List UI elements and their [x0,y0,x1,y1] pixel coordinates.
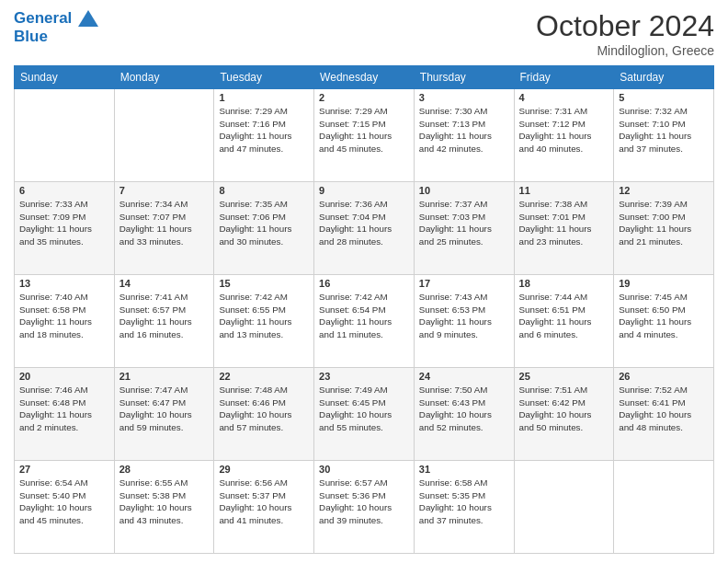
day-cell [114,89,214,182]
day-cell [614,461,714,554]
day-info: Sunrise: 7:47 AM Sunset: 6:47 PM Dayligh… [119,384,210,434]
page: General Blue October 2024 Mindiloglion, … [0,0,728,563]
day-number: 29 [219,464,309,475]
day-number: 26 [619,371,709,382]
day-cell: 10Sunrise: 7:37 AM Sunset: 7:03 PM Dayli… [414,182,514,275]
day-number: 25 [519,371,609,382]
svg-marker-0 [78,10,98,27]
day-number: 14 [119,278,210,289]
day-cell: 5Sunrise: 7:32 AM Sunset: 7:10 PM Daylig… [614,89,714,182]
day-number: 18 [519,278,609,289]
day-cell: 18Sunrise: 7:44 AM Sunset: 6:51 PM Dayli… [514,275,614,368]
day-cell: 1Sunrise: 7:29 AM Sunset: 7:16 PM Daylig… [214,89,314,182]
day-cell: 11Sunrise: 7:38 AM Sunset: 7:01 PM Dayli… [514,182,614,275]
day-info: Sunrise: 7:40 AM Sunset: 6:58 PM Dayligh… [19,291,109,341]
day-info: Sunrise: 7:45 AM Sunset: 6:50 PM Dayligh… [619,291,709,341]
day-info: Sunrise: 7:37 AM Sunset: 7:03 PM Dayligh… [419,198,509,248]
day-number: 11 [519,185,609,196]
day-info: Sunrise: 6:58 AM Sunset: 5:35 PM Dayligh… [419,477,509,527]
day-info: Sunrise: 6:54 AM Sunset: 5:40 PM Dayligh… [19,477,109,527]
logo-icon [78,10,98,27]
weekday-header-thursday: Thursday [414,66,514,89]
day-info: Sunrise: 6:56 AM Sunset: 5:37 PM Dayligh… [219,477,309,527]
title-area: October 2024 Mindiloglion, Greece [536,9,714,58]
logo-line2: Blue [14,29,98,44]
week-row-2: 6Sunrise: 7:33 AM Sunset: 7:09 PM Daylig… [15,182,714,275]
day-number: 20 [19,371,109,382]
weekday-header-sunday: Sunday [15,66,115,89]
day-cell: 31Sunrise: 6:58 AM Sunset: 5:35 PM Dayli… [414,461,514,554]
day-cell: 22Sunrise: 7:48 AM Sunset: 6:46 PM Dayli… [214,368,314,461]
day-info: Sunrise: 7:33 AM Sunset: 7:09 PM Dayligh… [19,198,109,248]
day-number: 27 [19,464,109,475]
day-number: 8 [219,185,309,196]
calendar: SundayMondayTuesdayWednesdayThursdayFrid… [14,65,714,554]
day-cell: 2Sunrise: 7:29 AM Sunset: 7:15 PM Daylig… [314,89,415,182]
day-number: 13 [19,278,109,289]
day-info: Sunrise: 7:29 AM Sunset: 7:15 PM Dayligh… [319,105,409,155]
day-info: Sunrise: 7:43 AM Sunset: 6:53 PM Dayligh… [419,291,509,341]
weekday-header-tuesday: Tuesday [214,66,314,89]
week-row-5: 27Sunrise: 6:54 AM Sunset: 5:40 PM Dayli… [15,461,714,554]
day-cell: 19Sunrise: 7:45 AM Sunset: 6:50 PM Dayli… [614,275,714,368]
day-cell: 20Sunrise: 7:46 AM Sunset: 6:48 PM Dayli… [15,368,115,461]
day-number: 7 [119,185,210,196]
weekday-header-saturday: Saturday [614,66,714,89]
day-number: 21 [119,371,210,382]
day-cell: 4Sunrise: 7:31 AM Sunset: 7:12 PM Daylig… [514,89,614,182]
day-info: Sunrise: 7:41 AM Sunset: 6:57 PM Dayligh… [119,291,210,341]
day-info: Sunrise: 7:39 AM Sunset: 7:00 PM Dayligh… [619,198,709,248]
day-info: Sunrise: 7:50 AM Sunset: 6:43 PM Dayligh… [419,384,509,434]
day-cell: 13Sunrise: 7:40 AM Sunset: 6:58 PM Dayli… [15,275,115,368]
day-cell: 3Sunrise: 7:30 AM Sunset: 7:13 PM Daylig… [414,89,514,182]
month-title: October 2024 [536,9,714,43]
day-number: 15 [219,278,309,289]
day-cell: 17Sunrise: 7:43 AM Sunset: 6:53 PM Dayli… [414,275,514,368]
day-number: 5 [619,92,709,103]
day-number: 17 [419,278,509,289]
day-number: 6 [19,185,109,196]
day-cell: 14Sunrise: 7:41 AM Sunset: 6:57 PM Dayli… [114,275,214,368]
calendar-header: SundayMondayTuesdayWednesdayThursdayFrid… [15,66,714,89]
day-info: Sunrise: 7:35 AM Sunset: 7:06 PM Dayligh… [219,198,309,248]
logo-text: General [14,9,98,29]
header: General Blue October 2024 Mindiloglion, … [14,9,714,58]
week-row-1: 1Sunrise: 7:29 AM Sunset: 7:16 PM Daylig… [15,89,714,182]
day-cell: 28Sunrise: 6:55 AM Sunset: 5:38 PM Dayli… [114,461,214,554]
day-cell: 27Sunrise: 6:54 AM Sunset: 5:40 PM Dayli… [15,461,115,554]
day-cell: 29Sunrise: 6:56 AM Sunset: 5:37 PM Dayli… [214,461,314,554]
day-cell: 8Sunrise: 7:35 AM Sunset: 7:06 PM Daylig… [214,182,314,275]
day-number: 10 [419,185,509,196]
day-info: Sunrise: 7:48 AM Sunset: 6:46 PM Dayligh… [219,384,309,434]
day-cell [514,461,614,554]
day-info: Sunrise: 7:42 AM Sunset: 6:55 PM Dayligh… [219,291,309,341]
day-number: 28 [119,464,210,475]
day-number: 1 [219,92,309,103]
weekday-header-wednesday: Wednesday [314,66,415,89]
day-number: 31 [419,464,509,475]
day-cell: 7Sunrise: 7:34 AM Sunset: 7:07 PM Daylig… [114,182,214,275]
day-info: Sunrise: 7:30 AM Sunset: 7:13 PM Dayligh… [419,105,509,155]
day-cell: 24Sunrise: 7:50 AM Sunset: 6:43 PM Dayli… [414,368,514,461]
day-cell: 26Sunrise: 7:52 AM Sunset: 6:41 PM Dayli… [614,368,714,461]
weekday-header-monday: Monday [114,66,214,89]
day-number: 2 [319,92,409,103]
day-number: 9 [319,185,409,196]
day-cell [15,89,115,182]
day-info: Sunrise: 6:57 AM Sunset: 5:36 PM Dayligh… [319,477,409,527]
location: Mindiloglion, Greece [536,43,714,58]
day-info: Sunrise: 7:32 AM Sunset: 7:10 PM Dayligh… [619,105,709,155]
day-number: 30 [319,464,409,475]
day-info: Sunrise: 7:38 AM Sunset: 7:01 PM Dayligh… [519,198,609,248]
day-number: 4 [519,92,609,103]
day-number: 23 [319,371,409,382]
weekday-header-friday: Friday [514,66,614,89]
day-cell: 16Sunrise: 7:42 AM Sunset: 6:54 PM Dayli… [314,275,415,368]
day-info: Sunrise: 6:55 AM Sunset: 5:38 PM Dayligh… [119,477,210,527]
day-cell: 6Sunrise: 7:33 AM Sunset: 7:09 PM Daylig… [15,182,115,275]
logo-area: General Blue [14,9,98,44]
day-info: Sunrise: 7:51 AM Sunset: 6:42 PM Dayligh… [519,384,609,434]
day-number: 24 [419,371,509,382]
day-info: Sunrise: 7:31 AM Sunset: 7:12 PM Dayligh… [519,105,609,155]
day-info: Sunrise: 7:44 AM Sunset: 6:51 PM Dayligh… [519,291,609,341]
